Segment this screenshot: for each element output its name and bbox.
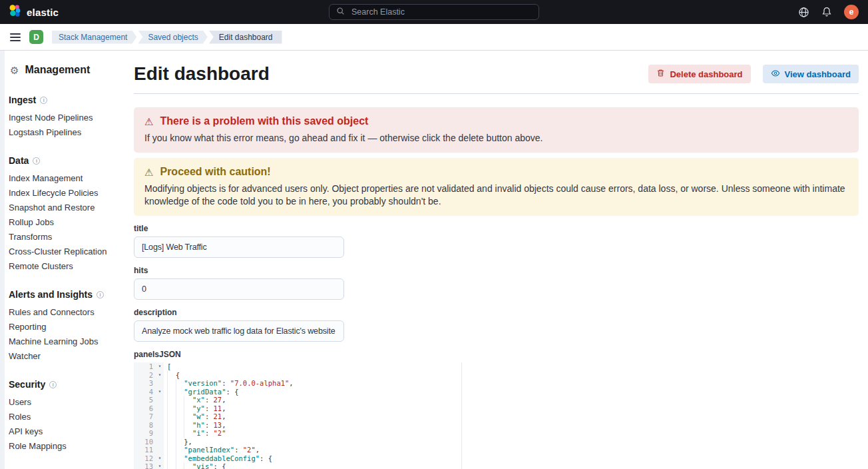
danger-callout-title: There is a problem with this saved objec…	[160, 114, 368, 129]
line-number: 2	[134, 371, 156, 380]
fold-toggle-icon[interactable]: ▾	[156, 362, 164, 371]
danger-callout: ⚠ There is a problem with this saved obj…	[134, 107, 859, 153]
panels-json-editor[interactable]: 1▾[2▾{3"version": "7.0.0-alpha1",4▾"grid…	[134, 362, 859, 469]
editor-line: 5"x": 27,	[134, 396, 859, 404]
description-field[interactable]	[134, 320, 344, 342]
trash-icon	[656, 69, 665, 79]
breadcrumb-item-stack-management[interactable]: Stack Management	[52, 31, 136, 44]
sidebar-item-api-keys[interactable]: API keys	[9, 424, 123, 439]
space-avatar[interactable]: D	[29, 30, 43, 44]
fold-toggle-icon[interactable]: ▾	[156, 462, 164, 469]
notifications-bell-icon[interactable]	[821, 6, 833, 18]
sidebar-section-heading: Alerts and Insights	[9, 289, 123, 300]
editor-line: 4▾"gridData": {	[134, 388, 859, 396]
sidebar-item-transforms[interactable]: Transforms	[9, 230, 123, 244]
sidebar-item-snapshot-and-restore[interactable]: Snapshot and Restore	[9, 201, 123, 215]
elastic-home-link[interactable]: elastic	[0, 4, 59, 20]
sidebar-item-cross-cluster-replication[interactable]: Cross-Cluster Replication	[9, 244, 123, 259]
indent-guide	[167, 438, 184, 446]
management-sidebar: ⚙ Management IngestIngest Node Pipelines…	[5, 51, 128, 469]
sidebar-item-machine-learning-jobs[interactable]: Machine Learning Jobs	[9, 334, 123, 349]
fold-toggle-icon[interactable]: ▾	[156, 371, 164, 380]
sidebar-item-index-lifecycle-policies[interactable]: Index Lifecycle Policies	[9, 186, 123, 201]
hits-field-label: hits	[134, 266, 859, 275]
sidebar-item-remote-clusters[interactable]: Remote Clusters	[9, 259, 123, 274]
sidebar-item-logstash-pipelines[interactable]: Logstash Pipelines	[9, 125, 123, 140]
global-header: elastic e	[0, 0, 868, 24]
danger-callout-body: If you know what this error means, go ah…	[144, 132, 848, 145]
line-number: 8	[134, 421, 156, 430]
warning-callout: ⚠ Proceed with caution! Modifying object…	[134, 158, 859, 216]
sidebar-section-heading: Data	[9, 155, 123, 166]
view-dashboard-button[interactable]: View dashboard	[763, 65, 859, 83]
indent-guide	[167, 396, 192, 404]
main-content: Edit dashboard Delete dashboard	[128, 51, 868, 469]
line-number: 4	[134, 388, 156, 396]
global-search[interactable]	[329, 4, 539, 20]
info-icon	[49, 381, 57, 388]
eye-icon	[771, 69, 780, 80]
breadcrumb-item-saved-objects[interactable]: Saved objects	[138, 31, 207, 44]
sidebar-title: Management	[25, 64, 90, 76]
fold-toggle-icon	[156, 379, 164, 388]
info-icon	[97, 291, 104, 298]
search-icon	[336, 6, 345, 18]
indent-guide	[167, 421, 192, 430]
fold-toggle-icon[interactable]: ▾	[156, 388, 164, 396]
editor-line: 10},	[134, 438, 859, 446]
editor-line: 2▾{	[134, 371, 859, 380]
warning-callout-title: Proceed with caution!	[160, 165, 270, 179]
cloud-deployment-icon[interactable]	[797, 6, 809, 18]
warning-callout-body: Modifying objects is for advanced users …	[144, 183, 848, 208]
menu-icon[interactable]	[10, 33, 21, 41]
page-title: Edit dashboard	[134, 63, 270, 85]
sidebar-item-rules-and-connectors[interactable]: Rules and Connectors	[9, 305, 123, 320]
info-icon	[33, 157, 40, 165]
title-field-label: title	[134, 224, 859, 233]
sidebar-nav: IngestIngest Node PipelinesLogstash Pipe…	[9, 95, 123, 454]
title-field[interactable]	[134, 236, 344, 258]
fold-toggle-icon	[156, 396, 164, 404]
editor-line: 1▾[	[134, 362, 859, 371]
editor-line: 6"y": 11,	[134, 404, 859, 413]
indent-guide	[167, 429, 192, 438]
line-number: 6	[134, 404, 156, 413]
line-number: 11	[134, 446, 156, 454]
gear-icon: ⚙	[10, 65, 19, 75]
indent-guide	[167, 379, 184, 388]
sidebar-item-role-mappings[interactable]: Role Mappings	[9, 439, 123, 454]
sidebar-item-watcher[interactable]: Watcher	[9, 349, 123, 364]
breadcrumb: Stack Management Saved objects Edit dash…	[52, 31, 282, 44]
user-avatar[interactable]: e	[844, 5, 859, 19]
left-edge-strip	[0, 51, 5, 469]
fold-toggle-icon	[156, 412, 164, 421]
sidebar-item-ingest-node-pipelines[interactable]: Ingest Node Pipelines	[9, 111, 123, 125]
brand-name: elastic	[27, 7, 59, 18]
indent-guide	[167, 446, 184, 454]
breadcrumb-item-current: Edit dashboard	[209, 31, 282, 44]
panels-json-label: panelsJSON	[134, 350, 859, 359]
hits-field[interactable]	[134, 278, 344, 300]
editor-line: 7"w": 21,	[134, 412, 859, 421]
sidebar-item-users[interactable]: Users	[9, 395, 123, 410]
fold-toggle-icon[interactable]: ▾	[156, 454, 164, 463]
editor-line: 3"version": "7.0.0-alpha1",	[134, 379, 859, 388]
fold-toggle-icon	[156, 429, 164, 438]
sidebar-item-index-management[interactable]: Index Management	[9, 171, 123, 186]
line-number: 13	[134, 462, 156, 469]
line-number: 1	[134, 362, 156, 371]
fold-toggle-icon	[156, 421, 164, 430]
sidebar-item-rollup-jobs[interactable]: Rollup Jobs	[9, 215, 123, 230]
print-margin-ruler	[461, 362, 462, 469]
sidebar-section-heading: Security	[9, 379, 123, 390]
header-divider	[134, 93, 859, 94]
delete-dashboard-button[interactable]: Delete dashboard	[648, 65, 750, 83]
sidebar-item-roles[interactable]: Roles	[9, 410, 123, 424]
editor-line: 13▾"vis": {	[134, 462, 859, 469]
sidebar-item-reporting[interactable]: Reporting	[9, 320, 123, 334]
indent-guide	[167, 454, 184, 463]
elastic-logo-icon	[8, 4, 21, 20]
global-search-input[interactable]	[350, 7, 532, 17]
warning-icon: ⚠	[144, 117, 153, 127]
description-field-label: description	[134, 308, 859, 317]
